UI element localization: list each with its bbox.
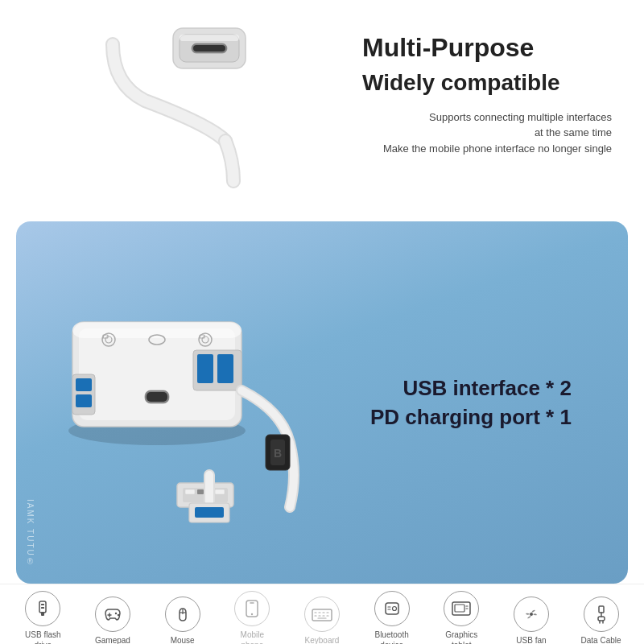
icon-circle-graphics-tablet	[444, 591, 479, 626]
icon-item-keyboard: Keyboard	[294, 597, 350, 645]
svg-rect-8	[72, 322, 242, 338]
svg-rect-38	[41, 612, 44, 616]
svg-text:B: B	[274, 447, 282, 460]
desc-line2: Make the mobile phone interface no longe…	[362, 141, 612, 157]
svg-rect-27	[197, 489, 204, 494]
svg-rect-34	[195, 507, 224, 518]
icon-circle-mouse	[165, 597, 200, 632]
blue-text-area: USB interface * 2 PD charging port * 1	[354, 357, 588, 448]
usb-spec: USB interface * 2	[370, 374, 572, 402]
icon-circle-usb-fan	[514, 597, 549, 632]
icon-label-data-cable: Data Cable	[581, 635, 621, 645]
usbc-illustration	[48, 20, 322, 205]
svg-rect-4	[180, 35, 239, 41]
icon-item-mobile-phone: Mobilephone	[224, 591, 280, 644]
icon-label-usb-fan: USB fan	[516, 635, 546, 645]
svg-rect-36	[41, 604, 44, 605]
pd-spec: PD charging port * 1	[370, 402, 572, 431]
top-section: Multi-Purpose Widely compatible Supports…	[0, 0, 644, 221]
icons-row: USB flashdrive Gamepad	[0, 584, 644, 644]
svg-rect-67	[599, 606, 604, 613]
icon-item-bluetooth: Bluetoothdevice	[364, 591, 420, 644]
icon-item-mouse: Mouse	[155, 597, 211, 645]
icon-circle-usb-flash	[25, 591, 60, 626]
icon-item-usb-fan: USB fan	[503, 597, 559, 645]
icon-item-usb-flash-drive: USB flashdrive	[14, 591, 71, 644]
svg-rect-16	[147, 392, 167, 402]
icon-circle-data-cable	[584, 597, 619, 632]
svg-rect-3	[193, 45, 225, 52]
svg-rect-29	[215, 489, 225, 494]
title-sub: Widely compatible	[362, 69, 612, 97]
icon-label-keyboard: Keyboard	[305, 635, 340, 645]
text-area: Multi-Purpose Widely compatible Supports…	[354, 8, 628, 217]
icon-label-bluetooth: Bluetoothdevice	[374, 630, 408, 644]
icon-label-mobile: Mobilephone	[241, 630, 264, 644]
svg-rect-63	[455, 605, 464, 612]
svg-point-59	[392, 607, 396, 611]
icon-label-graphics-tablet: Graphicstablet	[445, 630, 477, 644]
svg-point-41	[115, 612, 117, 613]
icon-item-data-cable: Data Cable	[573, 597, 630, 645]
icon-label-mouse: Mouse	[171, 635, 195, 645]
icon-circle-bluetooth	[374, 591, 410, 626]
svg-rect-69	[598, 617, 605, 621]
svg-rect-13	[197, 354, 213, 383]
brand-watermark: IAMK TUTU®	[26, 499, 35, 568]
icon-label-usb-flash: USB flashdrive	[25, 630, 60, 644]
svg-point-66	[530, 613, 533, 616]
blue-section: B USB interface * 2 PD charging port * 1…	[16, 221, 628, 584]
usbc-image-area	[16, 8, 354, 217]
svg-point-42	[118, 613, 119, 615]
hub-illustration: B	[16, 250, 354, 555]
icon-item-gamepad: Gamepad	[85, 597, 141, 645]
svg-rect-37	[41, 607, 44, 609]
desc-line1: Supports connecting multiple interfaces …	[362, 109, 612, 141]
svg-point-47	[251, 613, 253, 615]
svg-rect-10	[76, 378, 92, 391]
icon-item-graphics-tablet: Graphicstablet	[433, 591, 489, 644]
svg-rect-14	[217, 354, 233, 383]
main-container: Multi-Purpose Widely compatible Supports…	[0, 0, 644, 644]
icon-circle-gamepad	[95, 597, 130, 632]
icon-circle-keyboard	[304, 597, 340, 632]
svg-rect-11	[76, 394, 92, 407]
icon-circle-mobile	[234, 591, 270, 626]
svg-rect-48	[312, 609, 332, 621]
blue-wrapper: B USB interface * 2 PD charging port * 1…	[0, 221, 644, 584]
title-main: Multi-Purpose	[362, 32, 612, 63]
icon-label-gamepad: Gamepad	[95, 635, 130, 645]
svg-rect-26	[185, 489, 195, 494]
